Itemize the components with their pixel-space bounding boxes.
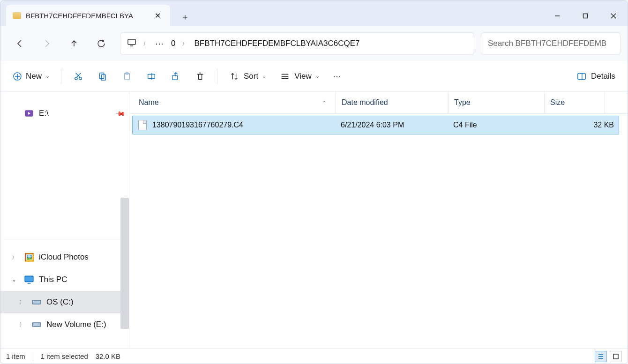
selection-size: 32.0 KB: [96, 352, 120, 360]
sidebar-label: iCloud Photos: [39, 253, 89, 262]
svg-rect-1: [583, 14, 588, 18]
window-controls: [543, 5, 628, 26]
svg-rect-13: [100, 73, 104, 78]
up-button[interactable]: [62, 32, 86, 55]
thumbnails-view-toggle[interactable]: [610, 351, 622, 362]
monitor-icon: [24, 275, 34, 285]
svg-rect-29: [32, 300, 41, 304]
column-name[interactable]: Name ⌃: [139, 98, 336, 107]
sidebar-label: New Volume (E:): [46, 320, 106, 329]
file-date: 6/21/2024 6:03 PM: [341, 121, 453, 129]
file-row[interactable]: 1380790193167760279.C4 6/21/2024 6:03 PM…: [132, 116, 619, 134]
file-type: C4 File: [453, 121, 549, 129]
back-button[interactable]: [8, 32, 31, 55]
sort-icon: [229, 71, 240, 82]
chevron-down-icon: ⌄: [45, 73, 50, 79]
breadcrumb-segment[interactable]: 0: [171, 39, 175, 48]
main: E:\ 📌 〉 🖼️ iCloud Photos ⌄ This PC 〉 OS …: [0, 92, 628, 348]
details-pane-icon: [576, 71, 587, 82]
expand-icon[interactable]: 〉: [19, 298, 27, 306]
sidebar-item-new-volume[interactable]: 〉 New Volume (E:): [0, 313, 129, 336]
svg-rect-4: [128, 39, 135, 45]
cut-button[interactable]: [67, 67, 90, 86]
toolbar: New ⌄ Sort ⌄ View ⌄ ⋯ Details: [0, 61, 628, 92]
share-button[interactable]: [164, 67, 187, 86]
navigation-pane: E:\ 📌 〉 🖼️ iCloud Photos ⌄ This PC 〉 OS …: [0, 92, 129, 348]
trash-icon: [194, 71, 206, 82]
svg-rect-17: [148, 74, 155, 78]
navbar: 〉 ⋯ 0 〉 BFBTH7CEHDFEFDEMBFCLBYAIA3C6CQE7…: [0, 26, 628, 61]
address-bar[interactable]: 〉 ⋯ 0 〉 BFBTH7CEHDFEFDEMBFCLBYAIA3C6CQE7: [120, 33, 474, 54]
svg-rect-19: [172, 75, 178, 80]
new-label: New: [26, 72, 42, 81]
svg-point-9: [75, 77, 77, 79]
pin-icon[interactable]: 📌: [115, 108, 126, 119]
file-name: 1380790193167760279.C4: [152, 121, 341, 129]
chevron-right-icon[interactable]: 〉: [143, 40, 149, 48]
details-pane-button[interactable]: Details: [570, 67, 621, 86]
copy-button[interactable]: [91, 67, 114, 86]
column-headers: Name ⌃ Date modified Type Size: [129, 92, 628, 114]
column-size[interactable]: Size: [544, 92, 605, 113]
view-button[interactable]: View ⌄: [274, 67, 325, 86]
sidebar-item-icloud[interactable]: 〉 🖼️ iCloud Photos: [0, 246, 129, 268]
expand-icon[interactable]: 〉: [12, 253, 19, 261]
delete-button[interactable]: [189, 67, 211, 86]
maximize-button[interactable]: [571, 5, 599, 26]
minimize-button[interactable]: [543, 5, 571, 26]
expand-icon[interactable]: 〉: [19, 321, 27, 329]
svg-rect-34: [613, 354, 618, 359]
svg-rect-23: [578, 73, 585, 79]
sidebar-label: This PC: [39, 275, 67, 284]
ellipsis-icon[interactable]: ⋯: [155, 38, 164, 49]
breadcrumb-segment[interactable]: BFBTH7CEHDFEFDEMBFCLBYAIA3C6CQE7: [194, 39, 359, 48]
sort-label: Sort: [244, 72, 258, 81]
titlebar: BFBTH7CEHDFEFDEMBFCLBYA ✕ ＋: [0, 0, 628, 26]
search-input[interactable]: Search BFBTH7CEHDFEFDEMB: [481, 33, 620, 54]
svg-rect-30: [32, 323, 41, 327]
sidebar-item-e-drive[interactable]: E:\ 📌: [0, 102, 129, 125]
copy-icon: [97, 71, 108, 82]
file-list: Name ⌃ Date modified Type Size 138079019…: [129, 92, 628, 348]
refresh-button[interactable]: [90, 32, 113, 55]
item-count: 1 item: [6, 352, 25, 360]
sort-indicator-icon: ⌃: [322, 100, 326, 105]
scrollbar[interactable]: [120, 198, 129, 329]
details-view-toggle[interactable]: [595, 351, 607, 362]
new-tab-button[interactable]: ＋: [176, 7, 194, 26]
collapse-icon[interactable]: ⌄: [12, 276, 19, 283]
forward-button[interactable]: [35, 32, 59, 55]
view-label: View: [294, 72, 312, 81]
column-type[interactable]: Type: [448, 92, 544, 113]
ellipsis-icon: ⋯: [333, 71, 342, 82]
clipboard-icon: [121, 71, 133, 82]
svg-rect-14: [101, 74, 105, 80]
scissors-icon: [73, 71, 84, 82]
selection-count: 1 item selected: [41, 352, 88, 360]
tab-current[interactable]: BFBTH7CEHDFEFDEMBFCLBYA ✕: [6, 5, 170, 26]
rename-button[interactable]: [140, 67, 163, 86]
monitor-icon: [127, 38, 136, 49]
column-date[interactable]: Date modified: [336, 92, 448, 113]
search-placeholder: Search BFBTH7CEHDFEFDEMB: [488, 39, 606, 48]
paste-button[interactable]: [116, 67, 138, 86]
sidebar-label: E:\: [39, 109, 49, 118]
view-icon: [279, 71, 291, 82]
more-button[interactable]: ⋯: [327, 67, 348, 86]
chevron-right-icon[interactable]: 〉: [182, 40, 187, 48]
file-icon: [138, 120, 147, 130]
sidebar-item-os-c[interactable]: 〉 OS (C:): [0, 291, 129, 313]
drive-icon: [31, 319, 42, 330]
file-size: 32 KB: [549, 121, 619, 129]
tab-close-button[interactable]: ✕: [151, 11, 164, 20]
tab-title: BFBTH7CEHDFEFDEMBFCLBYA: [26, 12, 151, 20]
svg-point-10: [79, 77, 82, 79]
close-button[interactable]: [599, 5, 628, 26]
chevron-down-icon: ⌄: [315, 73, 320, 79]
share-icon: [170, 71, 181, 82]
sort-button[interactable]: Sort ⌄: [223, 67, 272, 86]
rename-icon: [146, 71, 157, 82]
new-button[interactable]: New ⌄: [7, 67, 55, 86]
sidebar-item-this-pc[interactable]: ⌄ This PC: [0, 268, 129, 291]
folder-icon: [13, 12, 21, 19]
